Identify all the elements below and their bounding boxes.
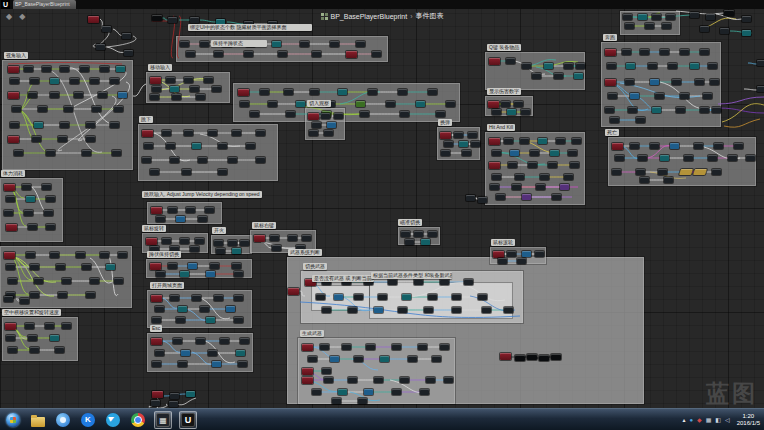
graph-node[interactable] bbox=[690, 63, 699, 69]
graph-node[interactable] bbox=[421, 239, 430, 245]
graph-node[interactable] bbox=[320, 344, 329, 350]
comment-title-move-input[interactable]: 移动输入 bbox=[148, 64, 172, 71]
comment-title-hit-and-kill[interactable]: Hit And Kill bbox=[487, 124, 515, 131]
graph-node[interactable] bbox=[296, 101, 305, 107]
graph-node[interactable] bbox=[58, 292, 67, 298]
graph-node[interactable] bbox=[466, 195, 475, 201]
window-tab[interactable]: BP_BasePlayerBlueprint bbox=[13, 0, 76, 9]
graph-node[interactable] bbox=[100, 252, 109, 258]
graph-node[interactable] bbox=[650, 143, 659, 149]
graph-node[interactable] bbox=[548, 162, 557, 168]
graph-node[interactable] bbox=[478, 197, 487, 203]
graph-node[interactable] bbox=[178, 361, 187, 367]
graph-node[interactable] bbox=[501, 101, 510, 107]
graph-node[interactable] bbox=[490, 184, 499, 190]
graph-node[interactable] bbox=[24, 210, 33, 216]
graph-node[interactable] bbox=[30, 292, 39, 298]
graph-node[interactable] bbox=[34, 278, 43, 284]
graph-node[interactable] bbox=[4, 210, 13, 216]
graph-node[interactable] bbox=[459, 141, 468, 147]
graph-node[interactable] bbox=[56, 264, 65, 270]
graph-node[interactable] bbox=[358, 398, 367, 404]
graph-node[interactable] bbox=[348, 377, 357, 383]
graph-node[interactable] bbox=[338, 389, 347, 395]
graph-node[interactable] bbox=[50, 92, 59, 98]
graph-node[interactable] bbox=[151, 400, 160, 406]
graph-node[interactable] bbox=[62, 323, 71, 329]
graph-node[interactable] bbox=[155, 306, 164, 312]
graph-node[interactable] bbox=[680, 49, 689, 55]
graph-node[interactable] bbox=[471, 141, 480, 147]
comment-title-air-strafe[interactable]: 空中横移设置和旋转速度 bbox=[2, 309, 61, 316]
graph-node[interactable] bbox=[436, 111, 445, 117]
graph-node[interactable] bbox=[118, 252, 127, 258]
graph-node[interactable] bbox=[196, 94, 205, 100]
graph-node[interactable] bbox=[532, 73, 541, 79]
graph-node[interactable] bbox=[96, 44, 105, 50]
graph-node[interactable] bbox=[284, 89, 293, 95]
graph-node[interactable] bbox=[354, 294, 363, 300]
graph-node[interactable] bbox=[564, 63, 573, 69]
graph-node[interactable] bbox=[324, 130, 333, 136]
graph-node[interactable] bbox=[144, 143, 153, 149]
graph-node[interactable] bbox=[360, 111, 369, 117]
graph-node[interactable] bbox=[630, 143, 639, 149]
graph-node[interactable] bbox=[695, 79, 704, 85]
graph-node[interactable] bbox=[34, 122, 43, 128]
graph-node[interactable] bbox=[208, 130, 217, 136]
graph-node[interactable] bbox=[184, 130, 193, 136]
graph-node[interactable] bbox=[521, 109, 530, 115]
graph-node[interactable] bbox=[625, 23, 634, 29]
graph-node[interactable] bbox=[420, 389, 429, 395]
graph-node[interactable] bbox=[151, 207, 162, 214]
comment-title-crouch-toggle[interactable]: 蹲伏保持切换 bbox=[147, 251, 181, 258]
graph-node[interactable] bbox=[100, 66, 109, 72]
graph-node[interactable] bbox=[734, 143, 743, 149]
graph-node[interactable] bbox=[10, 78, 19, 84]
graph-node[interactable] bbox=[398, 89, 407, 95]
graph-node[interactable] bbox=[728, 155, 737, 161]
graph-node[interactable] bbox=[256, 157, 265, 163]
graph-node[interactable] bbox=[414, 279, 423, 285]
graph-node[interactable] bbox=[200, 41, 209, 47]
graph-node[interactable] bbox=[110, 78, 119, 84]
graph-node[interactable] bbox=[321, 113, 330, 119]
graph-node[interactable] bbox=[570, 162, 579, 168]
graph-node[interactable] bbox=[354, 356, 363, 362]
graph-node[interactable] bbox=[506, 58, 515, 64]
graph-node[interactable] bbox=[170, 157, 179, 163]
graph-node[interactable] bbox=[527, 354, 537, 360]
graph-node[interactable] bbox=[270, 235, 279, 241]
comment-title-switch-weapon[interactable]: 切换武器 bbox=[303, 263, 327, 270]
graph-node[interactable] bbox=[10, 122, 19, 128]
graph-node[interactable] bbox=[64, 106, 73, 112]
graph-node[interactable] bbox=[8, 278, 17, 284]
graph-node[interactable] bbox=[607, 63, 616, 69]
graph-node[interactable] bbox=[192, 143, 201, 149]
graph-node[interactable] bbox=[162, 238, 171, 244]
graph-node[interactable] bbox=[236, 350, 245, 356]
comment-box-equip-item[interactable] bbox=[485, 52, 585, 90]
graph-node[interactable] bbox=[757, 60, 764, 66]
blueprint-graph-canvas[interactable]: 蓝图 武器系统判断视角输入体力消耗空中横移设置和旋转速度移动输入跳下跳跃输入, … bbox=[0, 0, 764, 430]
graph-node[interactable] bbox=[146, 238, 157, 245]
graph-node[interactable] bbox=[50, 252, 59, 258]
graph-node[interactable] bbox=[478, 294, 487, 300]
graph-node[interactable] bbox=[162, 130, 171, 136]
graph-node[interactable] bbox=[302, 368, 313, 375]
tray-icon-3[interactable]: ▦ bbox=[706, 416, 712, 424]
graph-node[interactable] bbox=[26, 252, 35, 258]
graph-node[interactable] bbox=[170, 295, 179, 301]
graph-node[interactable] bbox=[400, 111, 409, 117]
graph-node[interactable] bbox=[700, 107, 709, 113]
comment-title-mouse-right[interactable]: 鼠标右键 bbox=[252, 222, 276, 229]
graph-node[interactable] bbox=[152, 391, 163, 398]
graph-node[interactable] bbox=[190, 246, 199, 252]
graph-node[interactable] bbox=[535, 251, 544, 257]
graph-node[interactable] bbox=[74, 92, 83, 98]
graph-node[interactable] bbox=[250, 111, 259, 117]
graph-node[interactable] bbox=[122, 33, 131, 39]
graph-node[interactable] bbox=[288, 235, 297, 241]
graph-node[interactable] bbox=[240, 101, 249, 107]
graph-node[interactable] bbox=[424, 307, 433, 313]
